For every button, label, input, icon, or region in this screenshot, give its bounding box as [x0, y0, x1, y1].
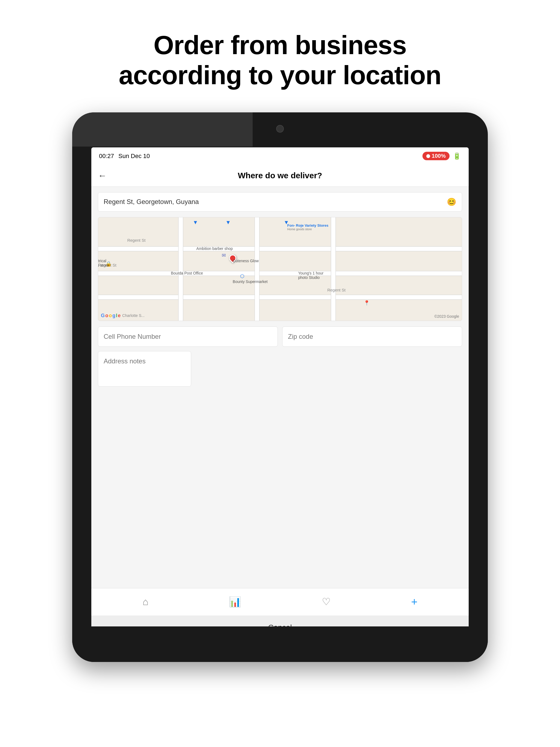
- tablet-camera: [276, 125, 284, 133]
- plus-nav-icon[interactable]: +: [411, 596, 417, 608]
- title-line-1: Order from business: [153, 30, 406, 60]
- back-button[interactable]: ←: [98, 171, 107, 181]
- status-bar: 00:27 Sun Dec 10 100% 🔋: [91, 147, 469, 165]
- tablet-shell: 00:27 Sun Dec 10 100% 🔋 ← Where do we de…: [72, 112, 488, 662]
- status-date: Sun Dec 10: [119, 153, 150, 160]
- status-time: 00:27: [99, 153, 114, 160]
- map-area: Regent St Regent St Regent St ▼ ▼ ▼ ✉ ⬡ …: [98, 217, 462, 321]
- bourda-label: Bourda Post Office: [171, 271, 203, 275]
- home-nav-icon[interactable]: ⌂: [143, 596, 149, 608]
- recording-indicator: 100%: [423, 152, 450, 160]
- title-line-2: according to your location: [119, 60, 441, 90]
- page-title: Order from business according to your lo…: [91, 30, 468, 91]
- fon-roje-label: Fon- Roje Variety Stores Home goods stor…: [287, 223, 328, 231]
- address-bar[interactable]: Regent St, Georgetown, Guyana 😊: [98, 192, 462, 212]
- bottom-nav: ⌂ 📊 ♡ +: [91, 588, 469, 616]
- google-logo: Google Charlotte S...: [101, 313, 145, 318]
- location-emoji-icon: 😊: [447, 198, 456, 206]
- cuteness-label: Cuteness Glow: [233, 259, 259, 263]
- store-pin-6-icon: 📍: [364, 300, 370, 306]
- address-notes-input[interactable]: [98, 351, 191, 387]
- youngs-label: Young's 1 hourphoto Studio: [298, 271, 324, 280]
- heart-nav-icon[interactable]: ♡: [322, 596, 331, 608]
- tablet-screen: 00:27 Sun Dec 10 100% 🔋 ← Where do we de…: [91, 147, 469, 640]
- map-copyright: ©2023 Google: [434, 314, 459, 318]
- battery-percent: 100%: [432, 153, 446, 159]
- store-pin-1-icon: ▼: [193, 219, 198, 226]
- screen-title: Where do we deliver?: [238, 171, 322, 180]
- tablet-bottom-bezel: [72, 626, 488, 662]
- ambition-label: Ambition barber shop: [196, 247, 233, 251]
- store-pin-2-icon: ▼: [226, 219, 231, 226]
- app-header: ← Where do we deliver?: [91, 165, 469, 187]
- scroll-content: Regent St, Georgetown, Guyana 😊: [91, 187, 469, 588]
- zip-input[interactable]: [282, 327, 462, 347]
- trical-label: trical/ store: [98, 259, 109, 267]
- phone-input[interactable]: [98, 327, 278, 347]
- form-row: [98, 327, 462, 347]
- chart-nav-icon[interactable]: 📊: [229, 596, 241, 608]
- address-text: Regent St, Georgetown, Guyana: [104, 198, 199, 206]
- bounty-label: Bounty Supermarket: [233, 279, 268, 284]
- store-pin-5-icon: ⬡: [240, 273, 245, 279]
- tablet-top-block: [72, 112, 253, 147]
- store-pin-4-icon: ✉: [222, 252, 226, 258]
- battery-icon: 🔋: [453, 152, 461, 160]
